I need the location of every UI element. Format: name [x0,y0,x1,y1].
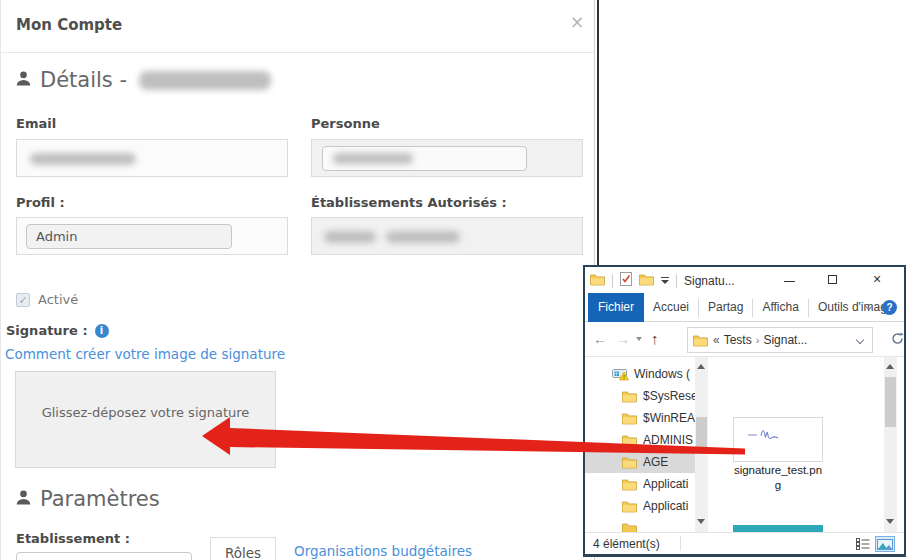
tree-item-winrea[interactable]: $WinREA [585,407,697,429]
scroll-down-icon[interactable] [697,519,705,524]
redacted-etab-value-1 [324,231,376,243]
email-label: Email [16,116,56,131]
content-scrollbar-thumb[interactable] [885,377,896,427]
tab-fichier[interactable]: Fichier [588,293,644,322]
folder-icon [622,478,637,491]
details-section-header: Détails - [15,68,271,92]
close-icon[interactable]: × [570,12,584,32]
breadcrumb-signat[interactable]: Signat... [763,333,807,347]
address-box[interactable]: « Tests › Signat... [687,327,873,353]
folder-icon [622,434,637,447]
content-scrollbar[interactable] [884,357,897,532]
email-field[interactable] [16,139,288,177]
scroll-up-icon[interactable] [697,364,705,369]
tree-item-partial [585,517,697,532]
explorer-titlebar[interactable]: Signatu... × [585,267,904,293]
tab-affichage[interactable]: Afficha [753,293,807,322]
tree-item-label: $SysReset [643,389,697,403]
etablissement-input[interactable] [16,552,192,560]
signature-thumbnail-image [734,418,822,461]
tree-item-label: Applicati [643,499,688,513]
qat-properties-icon[interactable] [620,272,632,289]
tree-item-age-selected[interactable]: AGE [585,451,697,473]
tab-roles[interactable]: Rôles [210,537,276,560]
breadcrumb-overflow[interactable]: « [713,333,724,347]
dropzone-text: Glissez-déposez votre signature [42,405,250,420]
etablissement-label: Etablissement : [16,531,130,546]
file-name-line2: g [713,478,843,493]
tree-item-windows-drive[interactable]: ! Windows ( [585,363,697,385]
info-icon[interactable]: i [95,324,109,338]
profil-field: Admin [16,217,288,255]
mon-compte-modal: Mon Compte × Détails - Email Personne Pr… [0,0,595,560]
details-heading: Détails - [40,68,127,92]
breadcrumb-tests[interactable]: Tests [724,333,752,347]
details-view-icon[interactable] [853,536,873,552]
active-checkbox[interactable]: ✓ [16,293,30,307]
redacted-personne-value [333,153,413,164]
breadcrumb-separator-icon: › [752,334,764,346]
parametres-section-header: Paramètres [15,487,160,511]
address-folder-icon [693,334,708,347]
tree-scrollbar[interactable] [695,357,708,532]
parametres-heading: Paramètres [40,487,160,511]
recent-locations-chevron-icon[interactable] [636,337,642,341]
tree-item-adminis[interactable]: ADMINIS [585,429,697,451]
scroll-up-icon[interactable] [886,364,894,369]
profil-input[interactable]: Admin [26,224,232,249]
etablissements-label: Établissements Autorisés : [311,195,507,210]
scroll-down-icon[interactable] [886,519,894,524]
signature-dropzone[interactable]: Glissez-déposez votre signature [15,371,276,468]
item-count: 4 élément(s) [593,537,660,551]
help-icon[interactable]: ? [882,300,897,315]
folder-icon [622,500,637,513]
tree-item-label: ADMINIS [643,433,693,447]
minimize-icon[interactable] [784,281,795,282]
folder-icon [622,522,637,533]
personne-input[interactable] [322,146,527,171]
address-dropdown-chevron-icon[interactable] [856,336,864,344]
etablissements-field[interactable] [311,217,583,255]
modal-header-divider [1,52,594,53]
user-icon [15,489,32,510]
folder-icon [622,390,637,403]
close-window-icon[interactable]: × [873,271,881,287]
qat-new-folder-icon[interactable] [639,273,654,289]
qat-customize-icon[interactable] [661,277,669,284]
signature-help-link[interactable]: Comment créer votre image de signature [5,346,285,362]
explorer-content: ! Windows ( $SysReset $WinREA [585,357,904,532]
checkmark-icon: ✓ [18,294,27,307]
file-signature-test-png[interactable] [733,417,823,462]
forward-icon[interactable]: → [616,331,630,347]
signature-row: Signature : i [6,323,109,338]
maximize-icon[interactable] [828,275,837,284]
tree-item-application-1[interactable]: Applicati [585,473,697,495]
modal-title: Mon Compte [16,16,122,34]
tree-item-label: Applicati [643,477,688,491]
tab-partage[interactable]: Partag [699,293,752,322]
thumbnail-view-icon[interactable] [875,536,895,552]
screen: Mon Compte × Détails - Email Personne Pr… [0,0,906,560]
redacted-user-name [139,71,271,90]
back-icon[interactable]: ← [593,331,607,347]
refresh-icon[interactable] [891,332,904,348]
drive-warning-icon: ! [612,367,629,381]
background-window-edge [597,0,599,266]
svg-text:!: ! [623,374,625,380]
personne-field [311,139,583,177]
titlebar-separator [612,274,613,288]
titlebar-separator [676,274,677,288]
partial-file-thumbnail[interactable] [733,525,823,532]
up-icon[interactable]: ↑ [651,330,659,347]
tree-item-sysreset[interactable]: $SysReset [585,385,697,407]
tree-item-application-2[interactable]: Applicati [585,495,697,517]
tree-item-label: Windows ( [634,367,690,381]
tab-organisations-budgetaires[interactable]: Organisations budgétaires [294,543,472,559]
profil-label: Profil : [16,195,65,210]
window-folder-icon [590,273,605,289]
user-icon [15,70,32,91]
file-name-line1: signature_test.pn [713,463,843,478]
tree-scrollbar-thumb[interactable] [696,417,707,453]
file-explorer-window: Signatu... × Fichier Accuei Partag Affic… [583,265,906,557]
tab-accueil[interactable]: Accuei [644,293,698,322]
